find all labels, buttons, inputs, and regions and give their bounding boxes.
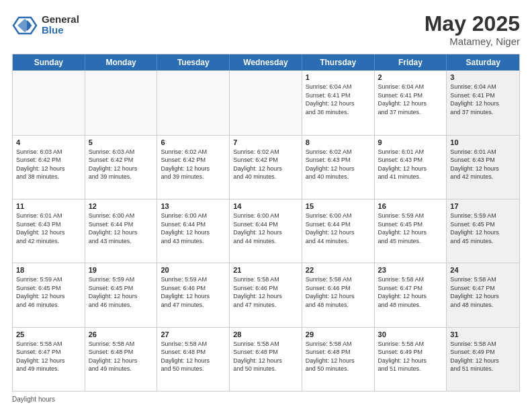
cal-cell-10: 10Sunrise: 6:01 AM Sunset: 6:43 PM Dayli…	[447, 136, 519, 199]
day-number: 18	[16, 266, 81, 274]
day-number: 31	[450, 330, 516, 338]
day-info: Sunrise: 6:01 AM Sunset: 6:43 PM Dayligh…	[16, 212, 81, 245]
cal-cell-9: 9Sunrise: 6:01 AM Sunset: 6:43 PM Daylig…	[375, 136, 447, 199]
day-info: Sunrise: 5:58 AM Sunset: 6:48 PM Dayligh…	[233, 340, 298, 373]
calendar-body: 1Sunrise: 6:04 AM Sunset: 6:41 PM Daylig…	[13, 71, 519, 391]
day-info: Sunrise: 5:58 AM Sunset: 6:47 PM Dayligh…	[378, 275, 443, 309]
day-info: Sunrise: 6:03 AM Sunset: 6:42 PM Dayligh…	[89, 148, 154, 181]
footer-note: Daylight hours	[12, 396, 520, 403]
cal-cell-empty-0	[13, 71, 85, 134]
header-cell-sunday: Sunday	[13, 54, 85, 71]
day-info: Sunrise: 6:03 AM Sunset: 6:42 PM Dayligh…	[16, 148, 81, 181]
day-number: 25	[16, 330, 81, 338]
cal-cell-21: 21Sunrise: 5:58 AM Sunset: 6:46 PM Dayli…	[230, 263, 302, 326]
location-subtitle: Matamey, Niger	[425, 36, 520, 47]
day-number: 11	[16, 202, 81, 210]
cal-cell-26: 26Sunrise: 5:58 AM Sunset: 6:48 PM Dayli…	[85, 328, 158, 391]
title-block: May 2025 Matamey, Niger	[425, 12, 520, 47]
day-info: Sunrise: 6:02 AM Sunset: 6:42 PM Dayligh…	[233, 148, 298, 181]
cal-cell-28: 28Sunrise: 5:58 AM Sunset: 6:48 PM Dayli…	[230, 328, 302, 391]
day-info: Sunrise: 5:58 AM Sunset: 6:47 PM Dayligh…	[16, 340, 81, 373]
logo: General Blue	[12, 12, 79, 38]
day-info: Sunrise: 6:02 AM Sunset: 6:43 PM Dayligh…	[306, 148, 371, 181]
day-info: Sunrise: 6:04 AM Sunset: 6:41 PM Dayligh…	[378, 83, 443, 116]
day-number: 22	[306, 266, 371, 274]
day-info: Sunrise: 6:04 AM Sunset: 6:41 PM Dayligh…	[450, 83, 516, 116]
logo-blue-text: Blue	[42, 25, 79, 36]
day-info: Sunrise: 5:59 AM Sunset: 6:45 PM Dayligh…	[378, 212, 443, 245]
cal-cell-14: 14Sunrise: 6:00 AM Sunset: 6:44 PM Dayli…	[230, 199, 302, 263]
week-row-3: 11Sunrise: 6:01 AM Sunset: 6:43 PM Dayli…	[13, 199, 519, 263]
day-info: Sunrise: 5:58 AM Sunset: 6:47 PM Dayligh…	[450, 275, 516, 309]
week-row-4: 18Sunrise: 5:59 AM Sunset: 6:45 PM Dayli…	[13, 263, 519, 326]
cal-cell-27: 27Sunrise: 5:58 AM Sunset: 6:48 PM Dayli…	[157, 328, 230, 391]
day-number: 3	[450, 73, 516, 81]
cal-cell-25: 25Sunrise: 5:58 AM Sunset: 6:47 PM Dayli…	[13, 328, 85, 391]
cal-cell-4: 4Sunrise: 6:03 AM Sunset: 6:42 PM Daylig…	[13, 136, 85, 199]
header-cell-wednesday: Wednesday	[230, 54, 302, 71]
day-number: 2	[378, 73, 443, 81]
cal-cell-17: 17Sunrise: 5:59 AM Sunset: 6:45 PM Dayli…	[447, 199, 519, 263]
cal-cell-5: 5Sunrise: 6:03 AM Sunset: 6:42 PM Daylig…	[85, 136, 158, 199]
day-number: 10	[450, 138, 516, 146]
day-info: Sunrise: 6:01 AM Sunset: 6:43 PM Dayligh…	[378, 148, 443, 181]
day-info: Sunrise: 5:59 AM Sunset: 6:45 PM Dayligh…	[16, 275, 81, 309]
cal-cell-2: 2Sunrise: 6:04 AM Sunset: 6:41 PM Daylig…	[375, 71, 447, 134]
day-info: Sunrise: 6:04 AM Sunset: 6:41 PM Dayligh…	[306, 83, 371, 116]
day-number: 17	[450, 202, 516, 210]
logo-general-text: General	[42, 14, 79, 26]
day-number: 27	[161, 330, 226, 338]
cal-cell-23: 23Sunrise: 5:58 AM Sunset: 6:47 PM Dayli…	[375, 263, 447, 326]
header: General Blue May 2025 Matamey, Niger	[12, 12, 520, 47]
day-number: 15	[306, 202, 371, 210]
cal-cell-22: 22Sunrise: 5:58 AM Sunset: 6:46 PM Dayli…	[302, 263, 375, 326]
day-number: 13	[161, 202, 226, 210]
day-number: 8	[306, 138, 371, 146]
day-info: Sunrise: 6:02 AM Sunset: 6:42 PM Dayligh…	[161, 148, 226, 181]
cal-cell-empty-3	[230, 71, 302, 134]
day-number: 19	[89, 266, 154, 274]
cal-cell-7: 7Sunrise: 6:02 AM Sunset: 6:42 PM Daylig…	[230, 136, 302, 199]
day-number: 4	[16, 138, 81, 146]
day-number: 26	[89, 330, 154, 338]
day-number: 24	[450, 266, 516, 274]
cal-cell-empty-1	[85, 71, 158, 134]
day-number: 28	[233, 330, 298, 338]
week-row-2: 4Sunrise: 6:03 AM Sunset: 6:42 PM Daylig…	[13, 135, 519, 199]
cal-cell-1: 1Sunrise: 6:04 AM Sunset: 6:41 PM Daylig…	[302, 71, 375, 134]
cal-cell-24: 24Sunrise: 5:58 AM Sunset: 6:47 PM Dayli…	[447, 263, 519, 326]
header-cell-thursday: Thursday	[302, 54, 375, 71]
day-info: Sunrise: 6:00 AM Sunset: 6:44 PM Dayligh…	[306, 212, 371, 245]
header-cell-friday: Friday	[375, 54, 447, 71]
cal-cell-20: 20Sunrise: 5:59 AM Sunset: 6:46 PM Dayli…	[157, 263, 230, 326]
week-row-5: 25Sunrise: 5:58 AM Sunset: 6:47 PM Dayli…	[13, 327, 519, 391]
day-info: Sunrise: 6:00 AM Sunset: 6:44 PM Dayligh…	[161, 212, 226, 245]
cal-cell-31: 31Sunrise: 5:58 AM Sunset: 6:49 PM Dayli…	[447, 328, 519, 391]
day-info: Sunrise: 5:58 AM Sunset: 6:49 PM Dayligh…	[450, 340, 516, 373]
day-info: Sunrise: 5:58 AM Sunset: 6:49 PM Dayligh…	[378, 340, 443, 373]
day-info: Sunrise: 5:58 AM Sunset: 6:46 PM Dayligh…	[306, 275, 371, 309]
cal-cell-18: 18Sunrise: 5:59 AM Sunset: 6:45 PM Dayli…	[13, 263, 85, 326]
cal-cell-30: 30Sunrise: 5:58 AM Sunset: 6:49 PM Dayli…	[375, 328, 447, 391]
day-number: 20	[161, 266, 226, 274]
day-number: 9	[378, 138, 443, 146]
cal-cell-8: 8Sunrise: 6:02 AM Sunset: 6:43 PM Daylig…	[302, 136, 375, 199]
day-info: Sunrise: 6:00 AM Sunset: 6:44 PM Dayligh…	[233, 212, 298, 245]
day-number: 21	[233, 266, 298, 274]
day-info: Sunrise: 5:59 AM Sunset: 6:45 PM Dayligh…	[450, 212, 516, 245]
day-info: Sunrise: 5:58 AM Sunset: 6:48 PM Dayligh…	[89, 340, 154, 373]
cal-cell-3: 3Sunrise: 6:04 AM Sunset: 6:41 PM Daylig…	[447, 71, 519, 134]
header-cell-saturday: Saturday	[447, 54, 519, 71]
logo-text: General Blue	[42, 14, 79, 36]
cal-cell-19: 19Sunrise: 5:59 AM Sunset: 6:45 PM Dayli…	[85, 263, 158, 326]
page: General Blue May 2025 Matamey, Niger Sun…	[0, 0, 532, 411]
day-number: 12	[89, 202, 154, 210]
cal-cell-empty-2	[157, 71, 230, 134]
day-number: 14	[233, 202, 298, 210]
day-number: 5	[89, 138, 154, 146]
cal-cell-13: 13Sunrise: 6:00 AM Sunset: 6:44 PM Dayli…	[157, 199, 230, 263]
day-info: Sunrise: 6:00 AM Sunset: 6:44 PM Dayligh…	[89, 212, 154, 245]
header-cell-tuesday: Tuesday	[157, 54, 230, 71]
day-number: 1	[306, 73, 371, 81]
day-number: 23	[378, 266, 443, 274]
